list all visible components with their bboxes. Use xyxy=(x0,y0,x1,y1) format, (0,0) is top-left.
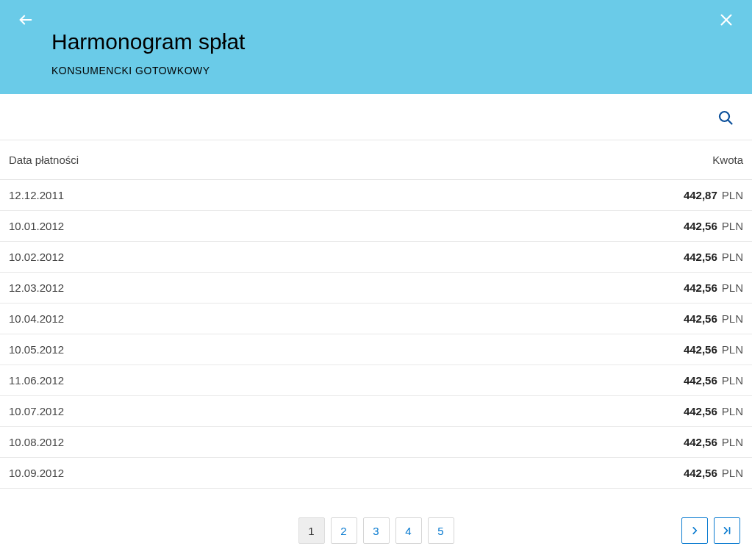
cell-amount: 442,56 PLN xyxy=(684,374,743,387)
cell-date: 10.02.2012 xyxy=(9,251,64,263)
column-date-label: Data płatności xyxy=(9,154,79,166)
close-icon xyxy=(718,12,734,28)
amount-currency: PLN xyxy=(722,312,743,325)
amount-currency: PLN xyxy=(722,251,743,263)
page-button-2[interactable]: 2 xyxy=(331,517,357,544)
table-row[interactable]: 12.03.2012 442,56 PLN xyxy=(0,273,752,304)
table-row[interactable]: 10.02.2012 442,56 PLN xyxy=(0,242,752,273)
amount-currency: PLN xyxy=(722,281,743,294)
amount-currency: PLN xyxy=(722,467,743,479)
amount-currency: PLN xyxy=(722,189,743,201)
cell-amount: 442,56 PLN xyxy=(684,281,743,294)
cell-amount: 442,56 PLN xyxy=(684,251,743,263)
table-row[interactable]: 10.08.2012 442,56 PLN xyxy=(0,427,752,458)
back-button[interactable] xyxy=(18,12,34,28)
cell-date: 10.04.2012 xyxy=(9,312,64,325)
amount-currency: PLN xyxy=(722,405,743,417)
page-button-1[interactable]: 1 xyxy=(298,517,325,544)
cell-amount: 442,56 PLN xyxy=(684,405,743,417)
payment-schedule-panel: Harmonogram spłat KONSUMENCKI GOTOWKOWY … xyxy=(0,0,752,560)
chevron-right-icon xyxy=(690,525,700,536)
next-page-button[interactable] xyxy=(681,517,708,544)
cell-amount: 442,56 PLN xyxy=(684,343,743,356)
toolbar xyxy=(0,94,752,140)
amount-value: 442,56 xyxy=(684,343,717,356)
pagination-nav xyxy=(681,517,740,544)
column-amount-label: Kwota xyxy=(712,154,743,166)
amount-value: 442,87 xyxy=(684,189,717,201)
cell-date: 10.07.2012 xyxy=(9,405,64,417)
cell-date: 10.01.2012 xyxy=(9,220,64,232)
amount-value: 442,56 xyxy=(684,436,717,448)
cell-date: 10.08.2012 xyxy=(9,436,64,448)
table-row[interactable]: 11.06.2012 442,56 PLN xyxy=(0,365,752,396)
amount-value: 442,56 xyxy=(684,405,717,417)
search-icon xyxy=(717,109,734,126)
arrow-left-icon xyxy=(18,12,34,28)
table-row[interactable]: 12.12.2011 442,87 PLN xyxy=(0,180,752,211)
last-page-button[interactable] xyxy=(714,517,740,544)
table-row[interactable]: 10.09.2012 442,56 PLN xyxy=(0,458,752,489)
page-list: 1 2 3 4 5 xyxy=(298,517,454,544)
table-header: Data płatności Kwota xyxy=(0,140,752,180)
svg-line-4 xyxy=(728,120,731,123)
page-button-3[interactable]: 3 xyxy=(363,517,390,544)
amount-value: 442,56 xyxy=(684,467,717,479)
page-title: Harmonogram spłat xyxy=(51,29,730,54)
cell-amount: 442,56 PLN xyxy=(684,220,743,232)
page-button-4[interactable]: 4 xyxy=(395,517,422,544)
pagination: 1 2 3 4 5 xyxy=(0,507,752,560)
amount-value: 442,56 xyxy=(684,281,717,294)
cell-amount: 442,87 PLN xyxy=(684,189,743,201)
amount-value: 442,56 xyxy=(684,374,717,387)
chevron-last-icon xyxy=(722,525,732,536)
amount-currency: PLN xyxy=(722,436,743,448)
cell-date: 10.09.2012 xyxy=(9,467,64,479)
cell-amount: 442,56 PLN xyxy=(684,312,743,325)
cell-amount: 442,56 PLN xyxy=(684,467,743,479)
table-row[interactable]: 10.01.2012 442,56 PLN xyxy=(0,211,752,242)
amount-value: 442,56 xyxy=(684,220,717,232)
page-subtitle: KONSUMENCKI GOTOWKOWY xyxy=(51,65,730,76)
amount-value: 442,56 xyxy=(684,251,717,263)
amount-currency: PLN xyxy=(722,343,743,356)
close-button[interactable] xyxy=(718,12,734,28)
cell-date: 12.03.2012 xyxy=(9,281,64,294)
cell-amount: 442,56 PLN xyxy=(684,436,743,448)
search-button[interactable] xyxy=(717,109,734,126)
amount-value: 442,56 xyxy=(684,312,717,325)
header: Harmonogram spłat KONSUMENCKI GOTOWKOWY xyxy=(0,0,752,94)
table-body: 12.12.2011 442,87 PLN 10.01.2012 442,56 … xyxy=(0,180,752,507)
cell-date: 10.05.2012 xyxy=(9,343,64,356)
table-row[interactable]: 10.05.2012 442,56 PLN xyxy=(0,334,752,365)
table-row[interactable]: 10.07.2012 442,56 PLN xyxy=(0,396,752,427)
cell-date: 11.06.2012 xyxy=(9,374,64,387)
cell-date: 12.12.2011 xyxy=(9,189,64,201)
amount-currency: PLN xyxy=(722,220,743,232)
table-row[interactable]: 10.04.2012 442,56 PLN xyxy=(0,304,752,334)
page-button-5[interactable]: 5 xyxy=(428,517,454,544)
amount-currency: PLN xyxy=(722,374,743,387)
